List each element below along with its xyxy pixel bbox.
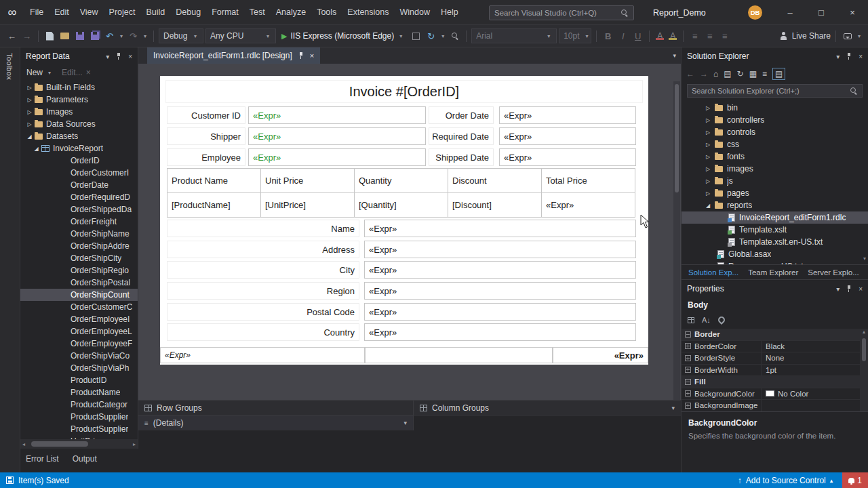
rd-field-orderemployeei[interactable]: OrderEmployeeI — [20, 313, 138, 325]
close-button[interactable]: × — [837, 0, 868, 25]
find-in-files-icon[interactable] — [448, 28, 461, 44]
home-icon[interactable]: ⌂ — [713, 69, 718, 79]
table-header-cell[interactable]: Discount — [448, 169, 542, 193]
report-expr[interactable]: «Expr» — [364, 282, 636, 300]
start-debugging-button[interactable]: ▶ IIS Express (Microsoft Edge) ▾ — [278, 28, 408, 44]
rd-folder-data-sources[interactable]: ▷Data Sources — [20, 118, 138, 130]
collapse-box-icon[interactable] — [685, 379, 691, 385]
report-expr[interactable]: «Expr» — [499, 148, 636, 166]
chevron-down-icon[interactable]: ▾ — [836, 285, 840, 293]
rd-folder-images[interactable]: ▷Images — [20, 106, 138, 118]
tab-team-explorer[interactable]: Team Explorer — [748, 268, 798, 277]
property-borderstyle[interactable]: BorderStyleNone — [682, 352, 860, 365]
close-icon[interactable]: × — [128, 53, 132, 60]
report-expr[interactable]: «Expr» — [364, 261, 636, 279]
menu-test[interactable]: Test — [244, 0, 271, 24]
add-to-source-control-button[interactable]: Add to Source Control — [746, 476, 826, 485]
live-share-button[interactable]: Live Share — [779, 31, 831, 41]
table-data-cell[interactable]: «Expr» — [542, 193, 635, 218]
expand-box-icon[interactable] — [685, 403, 691, 409]
redo-dropdown-icon[interactable]: ▾ — [142, 33, 149, 39]
report-footer-middle[interactable] — [365, 347, 553, 363]
toolbox-tab[interactable]: Toolbox — [5, 53, 14, 80]
categorized-icon[interactable] — [688, 317, 694, 323]
rd-field-productsupplier[interactable]: ProductSupplier — [20, 423, 138, 435]
report-label[interactable]: Order Date — [429, 106, 494, 124]
property-category-fill[interactable]: Fill — [682, 376, 860, 388]
menu-window[interactable]: Window — [394, 0, 435, 24]
column-groups-header[interactable]: Column Groups ▾ — [414, 401, 681, 415]
rd-dataset-invoicereport[interactable]: ◢InvoiceReport — [20, 142, 138, 155]
properties-scrollbar[interactable]: ▴ — [860, 329, 868, 412]
collapse-all-icon[interactable]: ≡ — [762, 69, 767, 79]
report-label[interactable]: Shipper — [167, 127, 245, 145]
minimize-button[interactable]: – — [774, 0, 806, 25]
pin-icon[interactable] — [846, 52, 852, 60]
expand-box-icon[interactable] — [685, 367, 691, 373]
row-group-details[interactable]: ≡ (Details) ▾ — [138, 415, 414, 430]
design-surface[interactable]: Invoice #[OrderID] Product NameUnit Pric… — [138, 64, 681, 400]
table-data-cell[interactable]: [UnitPrice] — [261, 193, 355, 218]
sync-with-active-document-icon[interactable]: ▤ — [772, 68, 785, 80]
rd-field-ordershippedda[interactable]: OrderShippedDa — [20, 203, 138, 216]
rd-field-orderemployeef[interactable]: OrderEmployeeF — [20, 338, 138, 350]
scrollbar-thumb[interactable] — [862, 338, 866, 361]
table-data-cell[interactable]: [ProductName] — [167, 193, 261, 218]
report-label[interactable]: Name — [167, 220, 359, 237]
tab-solution-exp[interactable]: Solution Exp... — [688, 268, 738, 277]
bold-button[interactable]: B — [601, 28, 614, 44]
pin-icon[interactable] — [115, 52, 122, 60]
align-right-icon[interactable]: ≡ — [718, 28, 731, 44]
tab-output[interactable]: Output — [73, 454, 97, 464]
font-name-dropdown[interactable]: Arial ▾ — [471, 28, 557, 43]
rd-field-orderemployeel[interactable]: OrderEmployeeL — [20, 325, 138, 338]
rd-folder-built-in-fields[interactable]: ▷Built-in Fields — [20, 81, 138, 94]
account-avatar[interactable]: DB — [748, 5, 762, 20]
expand-box-icon[interactable] — [685, 355, 691, 361]
pending-changes-icon[interactable]: ▤ — [724, 69, 731, 79]
sx-item-css[interactable]: ▷css — [682, 138, 868, 150]
horizontal-scrollbar[interactable]: ◂ ▸ — [20, 439, 138, 449]
solution-platforms-dropdown[interactable]: Any CPU ▾ — [205, 28, 276, 43]
rd-field-orderrequiredd[interactable]: OrderRequiredD — [20, 191, 138, 203]
maximize-button[interactable]: □ — [806, 0, 837, 25]
italic-button[interactable]: I — [616, 28, 629, 44]
hot-reload-icon[interactable] — [410, 28, 422, 44]
scrollbar-thumb[interactable] — [675, 84, 679, 192]
undo-icon[interactable]: ↶ — [103, 28, 116, 44]
report-expr[interactable]: «Expr» — [248, 148, 426, 166]
foreground-color-icon[interactable]: A — [654, 31, 665, 41]
underline-button[interactable]: U — [631, 28, 644, 44]
sx-item-images[interactable]: ▷images — [682, 163, 868, 175]
rd-field-ordershipregio[interactable]: OrderShipRegio — [20, 264, 138, 277]
pin-icon[interactable] — [846, 285, 852, 293]
edit-button[interactable]: Edit... — [62, 68, 83, 77]
menu-help[interactable]: Help — [435, 0, 464, 24]
solution-search-input[interactable] — [692, 87, 850, 95]
property-borderwidth[interactable]: BorderWidth1pt — [682, 365, 860, 377]
report-label[interactable]: Country — [167, 323, 359, 341]
report-page[interactable]: Invoice #[OrderID] Product NameUnit Pric… — [160, 76, 648, 365]
align-left-icon[interactable]: ≡ — [688, 28, 701, 44]
report-title[interactable]: Invoice #[OrderID] — [165, 80, 643, 103]
row-groups-header[interactable]: Row Groups — [138, 401, 414, 415]
sx-item-template-xslt-en-us-txt[interactable]: Template.xslt.en-US.txt — [682, 236, 868, 248]
forward-icon[interactable]: → — [700, 69, 708, 79]
menu-extensions[interactable]: Extensions — [342, 0, 394, 24]
vertical-scrollbar[interactable] — [673, 81, 680, 400]
sx-item-pages[interactable]: ▷pages — [682, 187, 868, 199]
scrollbar-thumb[interactable] — [31, 441, 88, 447]
sx-item-js[interactable]: ▷js — [682, 175, 868, 187]
rd-field-productcategor[interactable]: ProductCategor — [20, 399, 138, 411]
menu-file[interactable]: File — [24, 0, 49, 24]
report-expr[interactable]: «Expr» — [364, 241, 636, 258]
close-icon[interactable]: × — [310, 52, 314, 60]
save-icon[interactable] — [73, 28, 86, 44]
scroll-left-icon[interactable]: ◂ — [22, 441, 25, 447]
tab-server-explo[interactable]: Server Explo... — [808, 268, 859, 277]
report-footer-right[interactable]: «Expr» — [553, 347, 648, 363]
tab-error-list[interactable]: Error List — [26, 454, 59, 464]
rd-field-ordercustomerc[interactable]: OrderCustomerC — [20, 301, 138, 313]
search-input[interactable] — [494, 9, 620, 17]
undo-dropdown-icon[interactable]: ▾ — [118, 33, 125, 39]
